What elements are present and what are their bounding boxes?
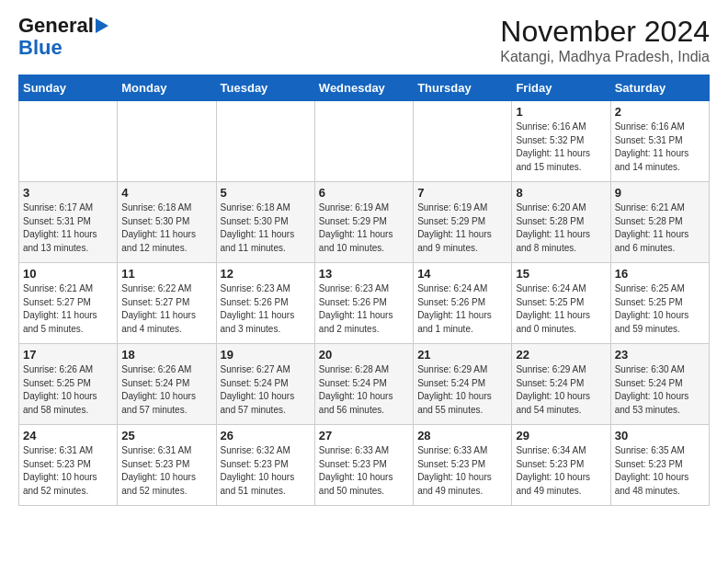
day-info-7: Sunrise: 6:19 AM Sunset: 5:29 PM Dayligh… xyxy=(417,202,492,253)
cell-w1-d1 xyxy=(118,101,216,182)
cell-w5-d1: 25Sunrise: 6:31 AM Sunset: 5:23 PM Dayli… xyxy=(118,425,216,506)
logo: General Blue xyxy=(18,15,108,59)
cell-w5-d3: 27Sunrise: 6:33 AM Sunset: 5:23 PM Dayli… xyxy=(314,425,413,506)
day-info-28: Sunrise: 6:33 AM Sunset: 5:23 PM Dayligh… xyxy=(417,445,492,496)
day-info-27: Sunrise: 6:33 AM Sunset: 5:23 PM Dayligh… xyxy=(319,445,393,496)
day-number-7: 7 xyxy=(417,186,507,200)
week-row-3: 10Sunrise: 6:21 AM Sunset: 5:27 PM Dayli… xyxy=(19,263,710,344)
cell-w2-d1: 4Sunrise: 6:18 AM Sunset: 5:30 PM Daylig… xyxy=(118,182,216,263)
day-info-1: Sunrise: 6:16 AM Sunset: 5:32 PM Dayligh… xyxy=(516,121,590,172)
day-number-5: 5 xyxy=(221,186,311,200)
day-number-29: 29 xyxy=(516,429,606,442)
cell-w2-d0: 3Sunrise: 6:17 AM Sunset: 5:31 PM Daylig… xyxy=(19,182,118,263)
logo-text-general: General xyxy=(18,15,94,37)
day-info-10: Sunrise: 6:21 AM Sunset: 5:27 PM Dayligh… xyxy=(23,283,97,334)
day-number-12: 12 xyxy=(221,267,311,281)
day-number-2: 2 xyxy=(615,105,705,119)
cell-w3-d4: 14Sunrise: 6:24 AM Sunset: 5:26 PM Dayli… xyxy=(414,263,512,344)
day-info-16: Sunrise: 6:25 AM Sunset: 5:25 PM Dayligh… xyxy=(615,283,689,334)
cell-w2-d6: 9Sunrise: 6:21 AM Sunset: 5:28 PM Daylig… xyxy=(610,182,709,263)
cell-w1-d0 xyxy=(19,101,118,182)
cell-w1-d5: 1Sunrise: 6:16 AM Sunset: 5:32 PM Daylig… xyxy=(512,101,610,182)
col-saturday: Saturday xyxy=(610,75,709,101)
cell-w3-d0: 10Sunrise: 6:21 AM Sunset: 5:27 PM Dayli… xyxy=(19,263,118,344)
day-info-24: Sunrise: 6:31 AM Sunset: 5:23 PM Dayligh… xyxy=(23,445,97,496)
cell-w3-d5: 15Sunrise: 6:24 AM Sunset: 5:25 PM Dayli… xyxy=(512,263,610,344)
day-info-23: Sunrise: 6:30 AM Sunset: 5:24 PM Dayligh… xyxy=(615,364,689,415)
cell-w5-d5: 29Sunrise: 6:34 AM Sunset: 5:23 PM Dayli… xyxy=(512,425,610,506)
day-number-27: 27 xyxy=(319,429,409,442)
week-row-1: 1Sunrise: 6:16 AM Sunset: 5:32 PM Daylig… xyxy=(19,101,710,182)
col-friday: Friday xyxy=(512,75,610,101)
calendar-table: Sunday Monday Tuesday Wednesday Thursday… xyxy=(18,75,710,506)
cell-w4-d2: 19Sunrise: 6:27 AM Sunset: 5:24 PM Dayli… xyxy=(216,344,314,425)
cell-w4-d3: 20Sunrise: 6:28 AM Sunset: 5:24 PM Dayli… xyxy=(314,344,413,425)
day-number-6: 6 xyxy=(319,186,409,200)
cell-w3-d2: 12Sunrise: 6:23 AM Sunset: 5:26 PM Dayli… xyxy=(216,263,314,344)
day-number-10: 10 xyxy=(23,267,113,281)
day-info-18: Sunrise: 6:26 AM Sunset: 5:24 PM Dayligh… xyxy=(121,364,196,415)
calendar-title: November 2024 xyxy=(500,15,710,49)
day-info-14: Sunrise: 6:24 AM Sunset: 5:26 PM Dayligh… xyxy=(417,283,492,334)
cell-w4-d5: 22Sunrise: 6:29 AM Sunset: 5:24 PM Dayli… xyxy=(512,344,610,425)
day-number-18: 18 xyxy=(121,348,211,362)
col-thursday: Thursday xyxy=(414,75,512,101)
cell-w5-d6: 30Sunrise: 6:35 AM Sunset: 5:23 PM Dayli… xyxy=(610,425,709,506)
title-block: November 2024 Katangi, Madhya Pradesh, I… xyxy=(500,15,710,65)
day-number-3: 3 xyxy=(23,186,113,200)
day-number-15: 15 xyxy=(516,267,606,281)
day-info-22: Sunrise: 6:29 AM Sunset: 5:24 PM Dayligh… xyxy=(516,364,590,415)
cell-w1-d6: 2Sunrise: 6:16 AM Sunset: 5:31 PM Daylig… xyxy=(610,101,709,182)
day-info-21: Sunrise: 6:29 AM Sunset: 5:24 PM Dayligh… xyxy=(417,364,492,415)
week-row-5: 24Sunrise: 6:31 AM Sunset: 5:23 PM Dayli… xyxy=(19,425,710,506)
col-monday: Monday xyxy=(118,75,216,101)
cell-w2-d2: 5Sunrise: 6:18 AM Sunset: 5:30 PM Daylig… xyxy=(216,182,314,263)
col-wednesday: Wednesday xyxy=(314,75,413,101)
day-info-11: Sunrise: 6:22 AM Sunset: 5:27 PM Dayligh… xyxy=(121,283,196,334)
cell-w3-d1: 11Sunrise: 6:22 AM Sunset: 5:27 PM Dayli… xyxy=(118,263,216,344)
day-number-20: 20 xyxy=(319,348,409,362)
day-info-25: Sunrise: 6:31 AM Sunset: 5:23 PM Dayligh… xyxy=(121,445,196,496)
day-info-4: Sunrise: 6:18 AM Sunset: 5:30 PM Dayligh… xyxy=(121,202,196,253)
cell-w4-d6: 23Sunrise: 6:30 AM Sunset: 5:24 PM Dayli… xyxy=(610,344,709,425)
day-info-17: Sunrise: 6:26 AM Sunset: 5:25 PM Dayligh… xyxy=(23,364,97,415)
day-info-9: Sunrise: 6:21 AM Sunset: 5:28 PM Dayligh… xyxy=(615,202,689,253)
cell-w4-d0: 17Sunrise: 6:26 AM Sunset: 5:25 PM Dayli… xyxy=(19,344,118,425)
day-number-25: 25 xyxy=(121,429,211,442)
col-tuesday: Tuesday xyxy=(216,75,314,101)
cell-w1-d2 xyxy=(216,101,314,182)
day-info-29: Sunrise: 6:34 AM Sunset: 5:23 PM Dayligh… xyxy=(516,445,590,496)
logo-arrow-icon xyxy=(96,18,108,33)
day-number-11: 11 xyxy=(121,267,211,281)
week-row-2: 3Sunrise: 6:17 AM Sunset: 5:31 PM Daylig… xyxy=(19,182,710,263)
cell-w5-d2: 26Sunrise: 6:32 AM Sunset: 5:23 PM Dayli… xyxy=(216,425,314,506)
day-number-19: 19 xyxy=(221,348,311,362)
cell-w4-d4: 21Sunrise: 6:29 AM Sunset: 5:24 PM Dayli… xyxy=(414,344,512,425)
cell-w2-d5: 8Sunrise: 6:20 AM Sunset: 5:28 PM Daylig… xyxy=(512,182,610,263)
day-number-24: 24 xyxy=(23,429,113,442)
day-info-26: Sunrise: 6:32 AM Sunset: 5:23 PM Dayligh… xyxy=(221,445,295,496)
day-info-30: Sunrise: 6:35 AM Sunset: 5:23 PM Dayligh… xyxy=(615,445,689,496)
day-info-12: Sunrise: 6:23 AM Sunset: 5:26 PM Dayligh… xyxy=(221,283,295,334)
day-number-9: 9 xyxy=(615,186,705,200)
day-info-13: Sunrise: 6:23 AM Sunset: 5:26 PM Dayligh… xyxy=(319,283,393,334)
calendar-subtitle: Katangi, Madhya Pradesh, India xyxy=(500,49,710,65)
day-number-1: 1 xyxy=(516,105,606,119)
day-info-3: Sunrise: 6:17 AM Sunset: 5:31 PM Dayligh… xyxy=(23,202,97,253)
col-sunday: Sunday xyxy=(19,75,118,101)
day-number-30: 30 xyxy=(615,429,705,442)
day-number-28: 28 xyxy=(417,429,507,442)
day-number-26: 26 xyxy=(221,429,311,442)
cell-w2-d4: 7Sunrise: 6:19 AM Sunset: 5:29 PM Daylig… xyxy=(414,182,512,263)
day-number-23: 23 xyxy=(615,348,705,362)
day-info-6: Sunrise: 6:19 AM Sunset: 5:29 PM Dayligh… xyxy=(319,202,393,253)
day-number-21: 21 xyxy=(417,348,507,362)
header: General Blue November 2024 Katangi, Madh… xyxy=(18,15,710,65)
day-number-16: 16 xyxy=(615,267,705,281)
day-number-22: 22 xyxy=(516,348,606,362)
day-info-8: Sunrise: 6:20 AM Sunset: 5:28 PM Dayligh… xyxy=(516,202,590,253)
header-row: Sunday Monday Tuesday Wednesday Thursday… xyxy=(19,75,710,101)
day-info-2: Sunrise: 6:16 AM Sunset: 5:31 PM Dayligh… xyxy=(615,121,689,172)
page: General Blue November 2024 Katangi, Madh… xyxy=(0,0,728,515)
day-info-19: Sunrise: 6:27 AM Sunset: 5:24 PM Dayligh… xyxy=(221,364,295,415)
